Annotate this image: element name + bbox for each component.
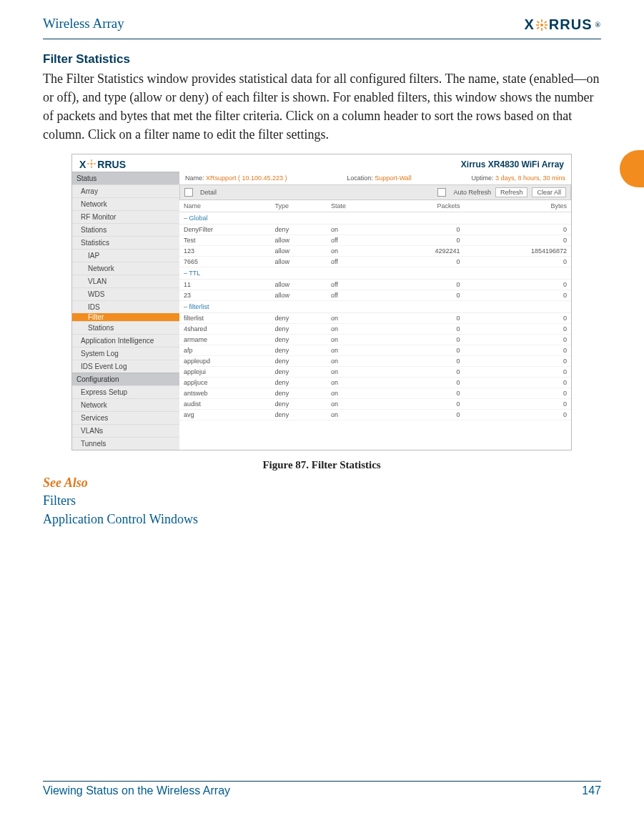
filter-packets-cell: 0 — [383, 335, 464, 345]
filter-name-cell[interactable]: 23 — [179, 290, 271, 301]
xref-link[interactable]: Application Control Windows — [43, 511, 601, 528]
filter-name-cell[interactable]: 123 — [179, 246, 271, 257]
col-name[interactable]: Name — [179, 200, 271, 212]
sidebar-item[interactable]: RF Monitor — [72, 210, 179, 223]
sidebar-subitem[interactable]: Stations — [72, 321, 179, 334]
filter-bytes-cell: 0 — [465, 367, 571, 378]
sidebar-item[interactable]: VLANs — [72, 424, 179, 437]
svg-rect-8 — [544, 21, 547, 24]
sidebar-item[interactable]: System Log — [72, 347, 179, 360]
filter-state-cell: on — [327, 313, 383, 324]
sidebar-subitem[interactable]: IAP — [72, 249, 179, 262]
screenshot-brand: X RRUS — [79, 159, 126, 170]
sidebar-subitem-active[interactable]: Filter — [72, 313, 179, 321]
filter-bytes-cell: 0 — [465, 257, 571, 267]
filter-type-cell: deny — [271, 324, 327, 335]
screenshot: X RRUS Xirrus XR4830 WiFi Array Status A… — [71, 154, 572, 450]
detail-checkbox[interactable] — [184, 188, 193, 197]
sidebar-group-config: Configuration — [72, 373, 179, 385]
table-row: avgdenyon00 — [179, 410, 571, 420]
filter-packets-cell: 0 — [383, 313, 464, 324]
table-row: afpdenyon00 — [179, 345, 571, 356]
filter-name-cell[interactable]: applejui — [179, 367, 271, 378]
sidebar-item[interactable]: Stations — [72, 223, 179, 236]
toolbar: Detail Auto Refresh Refresh Clear All — [179, 184, 571, 200]
filter-type-cell: deny — [271, 388, 327, 399]
status-uptime: Uptime: 3 days, 8 hours, 30 mins — [471, 174, 565, 182]
header-rule — [43, 39, 601, 39]
sidebar-item[interactable]: Array — [72, 184, 179, 197]
filter-state-cell: on — [327, 225, 383, 235]
table-row: appleupddenyon00 — [179, 356, 571, 367]
sidebar-subitem[interactable]: IDS — [72, 300, 179, 313]
filter-state-cell: on — [327, 335, 383, 345]
filter-name-cell[interactable]: 4shared — [179, 324, 271, 335]
table-row: 4shareddenyon00 — [179, 324, 571, 335]
page: Wireless Array X RRUS ® Filter Statistic… — [0, 0, 644, 813]
footer-page-number: 147 — [582, 784, 601, 797]
svg-rect-6 — [544, 26, 547, 29]
filter-state-cell: on — [327, 246, 383, 257]
sidebar-item[interactable]: Services — [72, 411, 179, 424]
filter-name-cell[interactable]: appljuce — [179, 378, 271, 388]
col-state[interactable]: State — [327, 200, 383, 212]
thumb-tab-icon — [620, 150, 644, 187]
svg-rect-4 — [545, 24, 548, 26]
filter-packets-cell: 0 — [383, 235, 464, 246]
auto-refresh-checkbox[interactable] — [437, 188, 446, 197]
filter-bytes-cell: 1854196872 — [465, 246, 571, 257]
filter-name-cell[interactable]: armame — [179, 335, 271, 345]
filter-name-cell[interactable]: appleupd — [179, 356, 271, 367]
table-row: DenyFilterdenyon00 — [179, 225, 571, 235]
sidebar-subitem[interactable]: Network — [72, 262, 179, 275]
detail-label: Detail — [200, 189, 217, 196]
main-panel: Name: XRsupport ( 10.100.45.223 ) Locati… — [179, 172, 571, 450]
filter-bytes-cell: 0 — [465, 399, 571, 410]
filter-type-cell: deny — [271, 313, 327, 324]
sidebar-subitem[interactable]: VLAN — [72, 275, 179, 287]
filter-name-cell[interactable]: 11 — [179, 280, 271, 290]
filter-name-cell[interactable]: filterlist — [179, 313, 271, 324]
filter-name-cell[interactable]: afp — [179, 345, 271, 356]
filter-name-cell[interactable]: DenyFilter — [179, 225, 271, 235]
sidebar-item[interactable]: Network — [72, 398, 179, 411]
filter-bytes-cell: 0 — [465, 410, 571, 420]
filter-packets-cell: 0 — [383, 345, 464, 356]
filter-name-cell[interactable]: Test — [179, 235, 271, 246]
filter-name-cell[interactable]: avg — [179, 410, 271, 420]
filter-name-cell[interactable]: audist — [179, 399, 271, 410]
refresh-button[interactable]: Refresh — [495, 187, 528, 197]
group-row[interactable]: – TTL — [179, 267, 571, 280]
brand-logo: X RRUS ® — [525, 16, 602, 33]
svg-rect-10 — [91, 159, 92, 162]
col-type[interactable]: Type — [271, 200, 327, 212]
col-packets[interactable]: Packets — [383, 200, 464, 212]
filter-bytes-cell: 0 — [465, 313, 571, 324]
filter-state-cell: off — [327, 257, 383, 267]
figure: X RRUS Xirrus XR4830 WiFi Array Status A… — [71, 154, 572, 471]
filter-packets-cell: 0 — [383, 280, 464, 290]
filter-name-cell[interactable]: antsweb — [179, 388, 271, 399]
filter-state-cell: on — [327, 410, 383, 420]
brand-text-2: RRUS — [549, 16, 593, 33]
sidebar-item[interactable]: Network — [72, 197, 179, 210]
filter-type-cell: allow — [271, 290, 327, 301]
sidebar-item[interactable]: Tunnels — [72, 437, 179, 450]
col-bytes[interactable]: Bytes — [465, 200, 571, 212]
sidebar-item[interactable]: Application Intelligence — [72, 334, 179, 347]
group-row[interactable]: – filterlist — [179, 301, 571, 313]
group-row[interactable]: – Global — [179, 212, 571, 225]
brand-text-1: X — [525, 16, 535, 33]
xref-link[interactable]: Filters — [43, 492, 601, 510]
filter-name-cell[interactable]: 7665 — [179, 257, 271, 267]
svg-rect-1 — [541, 19, 543, 22]
sidebar-item[interactable]: Express Setup — [72, 385, 179, 398]
clear-all-button[interactable]: Clear All — [532, 187, 566, 197]
status-name: Name: XRsupport ( 10.100.45.223 ) — [185, 174, 287, 182]
filter-state-cell: on — [327, 378, 383, 388]
sidebar-item[interactable]: Statistics — [72, 236, 179, 249]
filter-packets-cell: 0 — [383, 290, 464, 301]
sidebar-subitem[interactable]: WDS — [72, 287, 179, 300]
sidebar-item[interactable]: IDS Event Log — [72, 360, 179, 373]
svg-rect-7 — [537, 26, 540, 29]
